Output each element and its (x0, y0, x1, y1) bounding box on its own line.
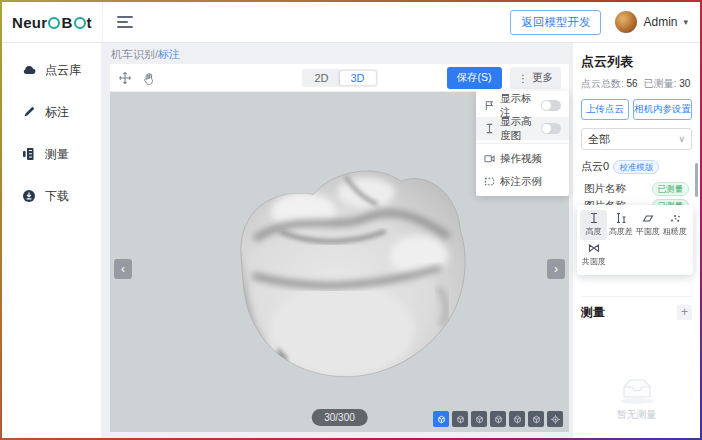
caret-down-icon: ▾ (683, 17, 688, 27)
total-value: 56 (627, 78, 638, 89)
add-measure-button[interactable]: + (677, 305, 692, 320)
view-left-button[interactable] (490, 411, 506, 427)
menu-item-show-heightmap[interactable]: 显示高度图 (476, 117, 569, 140)
video-icon (484, 153, 495, 164)
sidebar-item-measure[interactable]: 测量 (2, 133, 101, 175)
breadcrumb-parent[interactable]: 机车识别 (111, 48, 155, 60)
measured-tag: 已测量 (652, 182, 690, 196)
sidebar-item-label: 测量 (45, 146, 69, 163)
viewer-toolbar: 2D 3D 保存(S) ⋮ 更多 (110, 64, 569, 92)
empty-text: 暂无测量 (617, 408, 657, 422)
pointcloud-list-panel: 点云列表 点云总数: 56 已测量: 30 上传点云 相机内参设置 全部 ∨ 点… (572, 43, 700, 438)
logo-text: t (87, 14, 92, 31)
user-name: Admin (643, 15, 677, 29)
pan-hand-icon[interactable] (142, 71, 156, 85)
filter-value: 全部 (588, 132, 610, 147)
height-map-icon (484, 123, 495, 134)
pointcloud-stats: 点云总数: 56 已测量: 30 (581, 77, 692, 91)
tool-height[interactable]: 高度 (580, 210, 607, 240)
template-tag: 校准模版 (613, 160, 659, 174)
tooth-model (222, 142, 472, 384)
total-label: 点云总数: (581, 78, 624, 89)
view-iso-button[interactable] (433, 411, 449, 427)
list-scrollbar[interactable] (695, 163, 698, 197)
download-icon (22, 189, 36, 203)
header: NeurBt 返回模型开发 Admin ▾ (2, 2, 700, 43)
panel-title: 点云列表 (581, 53, 692, 71)
view-front-button[interactable] (452, 411, 468, 427)
mode-2d-button[interactable]: 2D (303, 71, 339, 85)
mode-3d-button[interactable]: 3D (340, 71, 376, 85)
main-area: 机车识别/标注 2D 3D 保存(S) ⋮ 更多 (102, 43, 572, 438)
measure-section-header: 测量 + (581, 296, 692, 321)
sidebar: 点云库 标注 测量 下载 (2, 43, 102, 438)
save-button[interactable]: 保存(S) (447, 67, 502, 89)
sidebar-item-annotate[interactable]: 标注 (2, 91, 101, 133)
filter-select[interactable]: 全部 ∨ (581, 128, 692, 150)
tool-height-diff[interactable]: 高度差 (607, 210, 634, 240)
measured-label: 已测量: (644, 78, 677, 89)
menu-item-label: 显示高度图 (500, 115, 536, 143)
more-button[interactable]: ⋮ 更多 (510, 67, 562, 89)
move-tool-icon[interactable] (118, 71, 132, 85)
prev-image-button[interactable]: ‹ (114, 259, 132, 279)
chevron-left-icon: ‹ (121, 262, 125, 276)
logo: NeurBt (2, 2, 103, 42)
menu-item-tutorial-video[interactable]: 操作视频 (476, 147, 569, 170)
reset-view-button[interactable] (547, 411, 563, 427)
menu-item-label: 操作视频 (500, 152, 542, 166)
gear-icon (74, 17, 86, 29)
image-name: 图片名称 (584, 182, 626, 196)
tool-label: 共面度 (581, 256, 605, 267)
roughness-icon (669, 212, 681, 224)
breadcrumb-current: 标注 (158, 48, 180, 60)
frame-icon (484, 176, 495, 187)
sidebar-item-download[interactable]: 下载 (2, 175, 101, 217)
user-menu[interactable]: Admin ▾ (615, 11, 688, 33)
measure-tools-popup: 高度 高度差 平面度 粗糙度 共面度 (577, 205, 693, 275)
coplanarity-icon (588, 242, 600, 254)
more-label: 更多 (532, 71, 553, 85)
more-dropdown-menu: 显示标注 显示高度图 操作视频 标注示例 (476, 91, 569, 196)
pen-icon (22, 105, 36, 119)
view-right-button[interactable] (509, 411, 525, 427)
chevron-right-icon: › (554, 262, 558, 276)
tool-coplanarity[interactable]: 共面度 (580, 240, 607, 270)
view-back-button[interactable] (471, 411, 487, 427)
dimension-toggle: 2D 3D (301, 69, 377, 87)
measured-value: 30 (679, 78, 690, 89)
next-image-button[interactable]: › (547, 259, 565, 279)
sidebar-item-label: 点云库 (45, 62, 81, 79)
upload-pointcloud-button[interactable]: 上传点云 (581, 99, 629, 120)
gear-icon (48, 17, 60, 29)
menu-item-annotation-example[interactable]: 标注示例 (476, 170, 569, 193)
tool-roughness[interactable]: 粗糙度 (661, 210, 688, 240)
dots-vertical-icon: ⋮ (518, 72, 529, 84)
height-diff-icon (615, 212, 627, 224)
tool-label: 高度差 (608, 226, 632, 237)
menu-item-label: 标注示例 (500, 175, 542, 189)
panel-actions: 上传点云 相机内参设置 (581, 99, 692, 120)
tool-label: 高度 (585, 226, 601, 237)
sidebar-item-pointcloud-library[interactable]: 点云库 (2, 49, 101, 91)
image-list-item[interactable]: 图片名称 已测量 (581, 180, 692, 197)
sidebar-collapse-icon[interactable] (117, 16, 133, 28)
view-top-button[interactable] (528, 411, 544, 427)
pagination-indicator: 30/300 (311, 409, 368, 426)
pointcloud-name: 点云0 (581, 159, 609, 174)
sidebar-item-label: 下载 (45, 188, 69, 205)
pointcloud-item[interactable]: 点云0 校准模版 (581, 159, 692, 174)
camera-intrinsics-button[interactable]: 相机内参设置 (633, 99, 692, 120)
tool-flatness[interactable]: 平面度 (634, 210, 661, 240)
sidebar-item-label: 标注 (45, 104, 69, 121)
tool-label: 平面度 (635, 226, 659, 237)
height-icon (588, 212, 600, 224)
show-heightmap-toggle[interactable] (541, 123, 561, 134)
empty-box-icon (616, 373, 658, 405)
measure-empty-state: 暂无测量 (581, 321, 692, 432)
show-annotation-toggle[interactable] (541, 100, 561, 111)
breadcrumb: 机车识别/标注 (102, 43, 572, 62)
screenshot-frame: NeurBt 返回模型开发 Admin ▾ 点云库 标注 测量 下载 (0, 0, 702, 440)
back-to-model-dev-button[interactable]: 返回模型开发 (510, 10, 601, 35)
avatar (615, 11, 637, 33)
